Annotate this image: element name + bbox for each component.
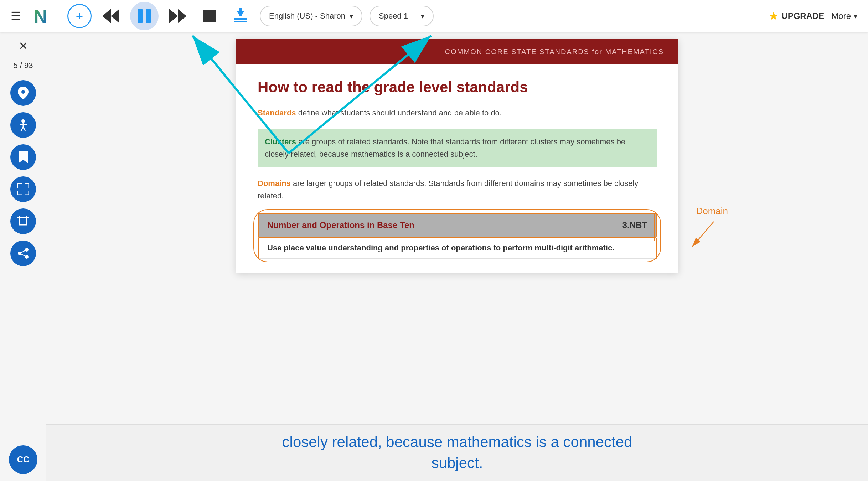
voice-selector[interactable]: English (US) - Sharon ▾ bbox=[260, 6, 362, 26]
speed-selector[interactable]: Speed 1 ▾ bbox=[370, 6, 434, 26]
accessibility-button[interactable] bbox=[10, 112, 36, 138]
cc-button[interactable]: CC bbox=[9, 445, 37, 474]
close-button[interactable]: ✕ bbox=[19, 39, 28, 53]
hamburger-menu-icon[interactable]: ☰ bbox=[11, 9, 21, 23]
nbt-title: Number and Operations in Base Ten bbox=[267, 220, 414, 230]
standards-word: Standards bbox=[258, 108, 296, 117]
standards-paragraph: Standards define what students should un… bbox=[258, 107, 657, 119]
bookmark-button[interactable] bbox=[10, 144, 36, 170]
upgrade-button[interactable]: ★ UPGRADE bbox=[769, 10, 824, 22]
svg-rect-4 bbox=[146, 9, 151, 23]
svg-line-17 bbox=[23, 127, 25, 131]
nbt-domain-box: Number and Operations in Base Ten 3.NBT … bbox=[258, 213, 657, 259]
svg-line-36 bbox=[20, 253, 27, 257]
clusters-word: Clusters bbox=[265, 137, 296, 146]
document-page: COMMON CORE STATE STANDARDS for MATHEMAT… bbox=[236, 39, 678, 273]
nbt-subtitle: Use place value understanding and proper… bbox=[258, 238, 657, 259]
svg-rect-8 bbox=[234, 18, 247, 20]
svg-rect-7 bbox=[203, 10, 216, 22]
svg-rect-11 bbox=[239, 8, 242, 16]
svg-marker-5 bbox=[169, 9, 178, 23]
domains-word: Domains bbox=[258, 179, 291, 188]
stop-button[interactable] bbox=[197, 4, 221, 28]
domain-annotation: Domain bbox=[696, 206, 728, 217]
caption-text: closely related, because mathematics is … bbox=[279, 432, 635, 474]
logo: N bbox=[32, 5, 53, 27]
svg-point-12 bbox=[21, 90, 25, 94]
bottom-caption-bar: closely related, because mathematics is … bbox=[46, 424, 868, 481]
domain-arrow bbox=[664, 220, 728, 248]
domains-paragraph: Domains are larger groups of related sta… bbox=[258, 177, 657, 202]
svg-marker-6 bbox=[178, 9, 186, 23]
document-title: How to read the grade level standards bbox=[258, 79, 657, 96]
pause-button[interactable] bbox=[130, 2, 159, 30]
add-button[interactable]: + bbox=[67, 4, 92, 28]
standards-text: define what students should understand a… bbox=[298, 108, 502, 117]
crop-button[interactable] bbox=[10, 208, 36, 234]
nbt-code: 3.NBT bbox=[622, 220, 647, 230]
share-button[interactable] bbox=[10, 240, 36, 266]
more-button[interactable]: More ▾ bbox=[831, 11, 857, 21]
rewind-button[interactable] bbox=[99, 4, 123, 28]
nbt-header: Number and Operations in Base Ten 3.NBT bbox=[258, 213, 657, 238]
svg-rect-27 bbox=[20, 218, 27, 225]
document-body: How to read the grade level standards St… bbox=[236, 64, 678, 273]
svg-rect-9 bbox=[234, 21, 247, 22]
top-navigation-bar: ☰ N + bbox=[0, 0, 868, 32]
svg-line-16 bbox=[21, 127, 23, 131]
domains-text: are larger groups of related standards. … bbox=[258, 179, 638, 200]
main-content-area: COMMON CORE STATE STANDARDS for MATHEMAT… bbox=[46, 32, 868, 424]
svg-line-35 bbox=[20, 250, 27, 253]
document-header: COMMON CORE STATE STANDARDS for MATHEMAT… bbox=[236, 39, 678, 64]
expand-button[interactable] bbox=[10, 176, 36, 202]
svg-marker-1 bbox=[102, 9, 111, 23]
svg-marker-18 bbox=[19, 151, 28, 163]
location-pin-button[interactable] bbox=[10, 80, 36, 106]
svg-rect-3 bbox=[138, 9, 143, 23]
fast-forward-button[interactable] bbox=[166, 4, 190, 28]
page-indicator: 5 / 93 bbox=[13, 61, 33, 70]
clusters-text: are groups of related standards. Note th… bbox=[265, 137, 625, 159]
svg-point-13 bbox=[21, 119, 25, 123]
clusters-block: Clusters are groups of related standards… bbox=[258, 129, 657, 167]
svg-text:N: N bbox=[34, 6, 47, 27]
svg-marker-2 bbox=[111, 9, 119, 23]
star-icon: ★ bbox=[769, 10, 778, 22]
mp3-download-button[interactable] bbox=[228, 4, 253, 28]
left-sidebar: ✕ 5 / 93 bbox=[0, 32, 46, 481]
